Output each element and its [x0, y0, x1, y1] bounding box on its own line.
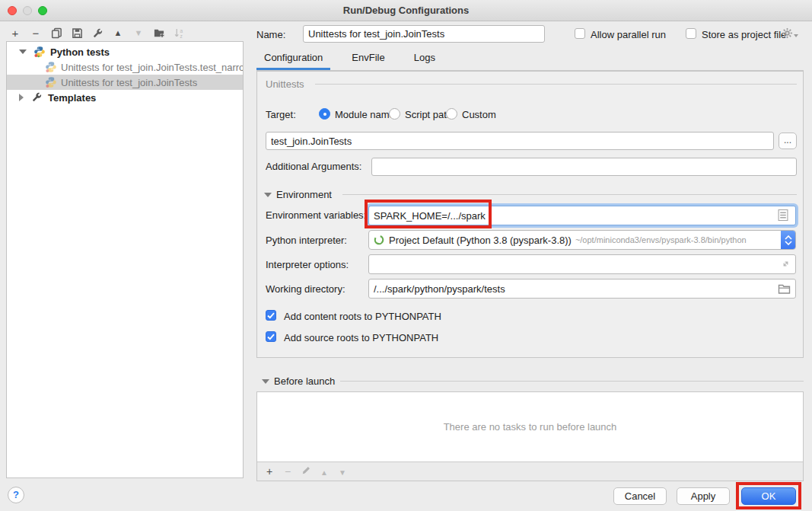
copy-configuration-button[interactable]: [50, 27, 62, 39]
svg-text:z: z: [180, 34, 182, 39]
target-module-name-label: Module name: [335, 109, 395, 120]
tab-envfile[interactable]: EnvFile: [344, 52, 392, 70]
expand-field-button[interactable]: [781, 259, 791, 269]
ok-annotation-box: [736, 482, 801, 509]
environment-section-label: Environment: [276, 189, 332, 200]
browse-module-button[interactable]: ...: [779, 133, 797, 149]
before-launch-divider: [340, 381, 804, 382]
move-up-button[interactable]: ▲: [112, 27, 124, 39]
cancel-button[interactable]: Cancel: [613, 487, 667, 505]
chevron-down-icon: [794, 34, 798, 37]
tab-logs[interactable]: Logs: [406, 52, 443, 70]
name-input[interactable]: [303, 25, 545, 43]
working-directory-label: Working directory:: [266, 283, 345, 295]
add-content-roots-checkbox[interactable]: [266, 310, 276, 321]
pencil-icon: [301, 465, 311, 475]
save-configuration-button[interactable]: [71, 27, 83, 39]
create-folder-button[interactable]: [153, 27, 165, 39]
expand-icon: [781, 259, 791, 269]
edit-env-vars-button[interactable]: [778, 209, 788, 222]
edit-templates-button[interactable]: [91, 27, 103, 39]
before-launch-panel: There are no tasks to run before launch …: [256, 391, 804, 481]
tree-item-python-tests[interactable]: Python tests: [7, 44, 243, 59]
before-launch-chevron-down-icon[interactable]: [262, 379, 269, 384]
move-down-button[interactable]: ▼: [132, 27, 145, 39]
move-task-down-button[interactable]: ▼: [337, 465, 348, 477]
add-content-roots-label: Add content roots to PYTHONPATH: [284, 311, 441, 322]
apply-button[interactable]: Apply: [677, 487, 730, 505]
conda-env-icon: [374, 235, 384, 245]
target-module-name-radio[interactable]: [319, 108, 330, 120]
configurations-tree: Python tests Unittests for test_join.Joi…: [6, 41, 244, 478]
python-interpreter-select[interactable]: Project Default (Python 3.8 (pyspark-3.8…: [368, 230, 796, 250]
tree-item-unittest-narrow[interactable]: Unittests for test_join.JoinTests.test_n…: [7, 59, 243, 75]
chevron-expanded-icon[interactable]: [19, 50, 27, 54]
dropdown-stepper-icon[interactable]: [781, 230, 796, 250]
environment-divider: [342, 194, 797, 195]
store-options-button[interactable]: [782, 27, 798, 39]
sort-alpha-icon: az: [174, 27, 186, 39]
environment-variables-label: Environment variables:: [266, 209, 366, 221]
additional-arguments-input[interactable]: [371, 158, 797, 176]
tree-item-unittest-jointests-selected[interactable]: Unittests for test_join.JoinTests: [7, 75, 243, 90]
add-source-roots-checkbox[interactable]: [266, 331, 276, 342]
target-custom-radio[interactable]: [446, 108, 457, 120]
name-label: Name:: [256, 29, 285, 40]
window-title: Run/Debug Configurations: [0, 5, 812, 16]
environment-chevron-down-icon[interactable]: [264, 193, 272, 197]
allow-parallel-run-label: Allow parallel run: [591, 29, 666, 40]
store-as-project-file-label: Store as project file: [702, 29, 786, 40]
new-folder-icon: [153, 27, 165, 39]
store-as-project-file-checkbox[interactable]: [686, 28, 696, 39]
python-test-icon: [45, 61, 57, 73]
unittests-group-title: Unittests: [266, 78, 304, 90]
check-icon: [267, 334, 275, 340]
group-divider: [315, 84, 797, 85]
run-debug-configurations-dialog: Run/Debug Configurations + − ▲ ▼ az Pyt: [0, 0, 812, 511]
help-button[interactable]: ?: [8, 487, 24, 503]
interpreter-options-label: Interpreter options:: [266, 259, 349, 270]
tree-item-templates[interactable]: Templates: [7, 90, 243, 105]
env-vars-annotation-box: [365, 200, 492, 228]
working-directory-input[interactable]: [368, 279, 796, 299]
tab-bar: Configuration EnvFile Logs: [256, 49, 804, 71]
tree-item-label: Templates: [48, 92, 96, 104]
configurations-toolbar: + − ▲ ▼ az: [9, 25, 186, 40]
gear-icon: [782, 27, 793, 39]
allow-parallel-run-checkbox[interactable]: [575, 28, 585, 39]
chevron-collapsed-icon[interactable]: [19, 94, 24, 101]
templates-wrench-icon: [31, 91, 43, 104]
wrench-icon: [92, 27, 103, 39]
python-test-icon: [45, 76, 57, 88]
interpreter-path: ~/opt/miniconda3/envs/pyspark-3.8/bin/py…: [575, 235, 747, 244]
browse-directory-button[interactable]: [778, 284, 791, 294]
move-task-up-button[interactable]: ▲: [319, 465, 330, 477]
target-label: Target:: [266, 109, 296, 120]
copy-icon: [51, 27, 62, 39]
configuration-panel: Unittests Target: Module name Script pat…: [256, 71, 804, 358]
before-launch-empty-text: There are no tasks to run before launch: [257, 421, 803, 433]
target-script-path-radio[interactable]: [389, 108, 400, 120]
tab-configuration[interactable]: Configuration: [256, 52, 330, 70]
python-interpreter-label: Python interpreter:: [266, 235, 347, 246]
python-tests-icon: [33, 46, 46, 58]
before-launch-label: Before launch: [274, 375, 335, 387]
add-source-roots-label: Add source roots to PYTHONPATH: [284, 332, 438, 343]
add-configuration-button[interactable]: +: [9, 27, 21, 39]
interpreter-options-input[interactable]: [368, 254, 796, 274]
remove-configuration-button[interactable]: −: [30, 27, 42, 39]
check-icon: [267, 312, 275, 319]
before-launch-toolbar: + − ▲ ▼: [257, 461, 803, 481]
module-name-input[interactable]: [266, 132, 774, 150]
list-icon: [778, 209, 788, 222]
interpreter-name: Project Default (Python 3.8 (pyspark-3.8…: [389, 235, 572, 246]
tree-item-label: Unittests for test_join.JoinTests: [61, 77, 197, 88]
remove-task-button[interactable]: −: [282, 465, 293, 477]
svg-text:a: a: [180, 28, 183, 34]
add-task-button[interactable]: +: [264, 465, 275, 477]
target-custom-label: Custom: [462, 109, 496, 120]
title-bar: Run/Debug Configurations: [0, 0, 812, 21]
edit-task-button[interactable]: [301, 465, 311, 477]
sort-configurations-button[interactable]: az: [174, 27, 186, 39]
target-script-path-label: Script path: [405, 109, 452, 120]
